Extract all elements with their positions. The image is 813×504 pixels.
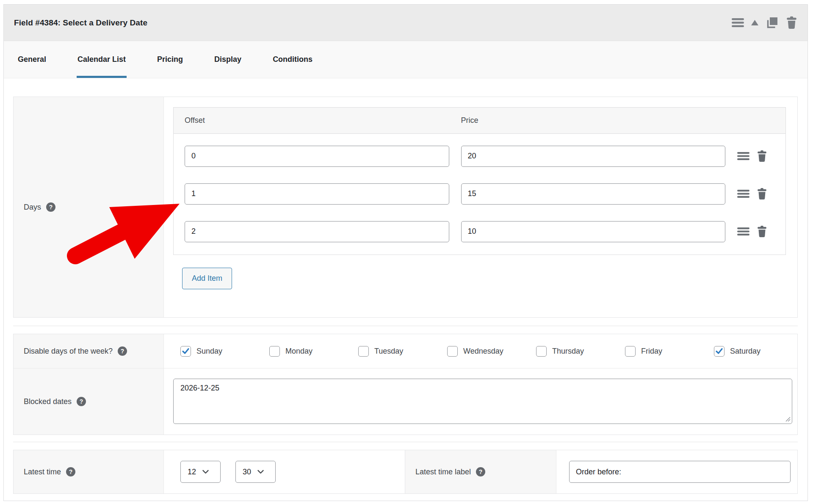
days-label-cell: Days: [14, 97, 164, 317]
tab-conditions[interactable]: Conditions: [272, 41, 313, 78]
items-table-header: Offset Price: [174, 108, 785, 134]
latest-time-label-input[interactable]: [569, 461, 791, 483]
tab-bar: General Calendar List Pricing Display Co…: [4, 41, 807, 78]
checkbox-icon[interactable]: [714, 346, 725, 357]
price-input[interactable]: [461, 146, 726, 167]
blocked-dates-label: Blocked dates: [24, 397, 72, 406]
blocked-dates-row: Blocked dates 2026-12-25: [14, 368, 797, 435]
field-settings-panel: Field #4384: Select a Delivery Date Gene…: [3, 4, 808, 501]
help-icon[interactable]: [476, 467, 485, 476]
blocked-dates-label-cell: Blocked dates: [14, 368, 164, 435]
panel-header: Field #4384: Select a Delivery Date: [4, 5, 807, 41]
weekday-label: Sunday: [196, 347, 222, 356]
row-actions: [737, 150, 774, 162]
offset-input[interactable]: [185, 146, 449, 167]
chevron-down-icon: [257, 470, 264, 474]
table-row: [174, 213, 785, 250]
hour-select[interactable]: 12: [180, 461, 221, 483]
checkbox-icon[interactable]: [269, 346, 280, 357]
offset-input[interactable]: [185, 183, 449, 205]
days-label: Days: [24, 203, 41, 212]
delete-row-icon[interactable]: [757, 150, 767, 162]
weekday-checkbox-sunday[interactable]: Sunday: [180, 346, 269, 357]
weekday-label: Wednesday: [463, 347, 503, 356]
weekday-label: Tuesday: [374, 347, 403, 356]
week-and-dates-group: Disable days of the week? Sunday Monday …: [13, 334, 798, 435]
weekday-checkbox-tuesday[interactable]: Tuesday: [358, 346, 447, 357]
price-input[interactable]: [461, 183, 726, 205]
add-item-button[interactable]: Add Item: [182, 268, 232, 289]
weekday-checkbox-thursday[interactable]: Thursday: [536, 346, 625, 357]
minute-select-value: 30: [243, 468, 251, 476]
drag-handle-icon[interactable]: [737, 152, 749, 160]
header-actions: [732, 16, 797, 29]
weekday-checkbox-wednesday[interactable]: Wednesday: [447, 346, 536, 357]
duplicate-icon[interactable]: [766, 16, 779, 29]
minute-select[interactable]: 30: [235, 461, 276, 483]
days-content: Offset Price: [164, 97, 797, 317]
checkbox-icon[interactable]: [180, 346, 191, 357]
tab-content: Days Offset Price: [4, 78, 807, 494]
disable-days-row: Disable days of the week? Sunday Monday …: [14, 334, 797, 368]
tab-general[interactable]: General: [17, 41, 47, 78]
row-actions: [737, 225, 774, 238]
delete-row-icon[interactable]: [757, 188, 767, 200]
weekday-label: Monday: [285, 347, 312, 356]
delete-icon[interactable]: [786, 16, 797, 29]
latest-time-label-content: [556, 450, 797, 493]
checkbox-icon[interactable]: [358, 346, 369, 357]
checkbox-icon[interactable]: [536, 346, 547, 357]
weekday-label: Saturday: [730, 347, 760, 356]
latest-time-content: 12 30: [164, 450, 405, 493]
latest-time-label: Latest time: [24, 468, 61, 476]
drag-handle-icon[interactable]: [737, 227, 749, 235]
weekday-label: Friday: [641, 347, 662, 356]
items-rows: [174, 134, 785, 255]
disable-days-label: Disable days of the week?: [24, 347, 113, 356]
weekday-checkbox-monday[interactable]: Monday: [269, 346, 358, 357]
help-icon[interactable]: [118, 346, 127, 356]
offset-input[interactable]: [185, 221, 449, 242]
price-input[interactable]: [461, 221, 726, 242]
panel-title: Field #4384: Select a Delivery Date: [14, 18, 147, 28]
hour-select-value: 12: [188, 468, 196, 476]
tab-display[interactable]: Display: [213, 41, 242, 78]
help-icon[interactable]: [77, 397, 86, 406]
tab-calendar-list[interactable]: Calendar List: [77, 41, 127, 78]
section-divider: [13, 442, 798, 442]
latest-time-label-cell: Latest time: [14, 450, 164, 493]
row-actions: [737, 188, 774, 200]
days-section: Days Offset Price: [13, 97, 798, 318]
weekday-checkboxes: Sunday Monday Tuesday Wednesday: [164, 334, 803, 368]
weekday-checkbox-saturday[interactable]: Saturday: [714, 346, 803, 357]
weekday-label: Thursday: [552, 347, 584, 356]
checkbox-icon[interactable]: [625, 346, 636, 357]
blocked-dates-textarea[interactable]: 2026-12-25: [173, 379, 792, 424]
chevron-down-icon: [202, 470, 209, 474]
column-header-price: Price: [461, 116, 726, 125]
section-divider: [13, 326, 798, 326]
blocked-dates-content: 2026-12-25: [164, 368, 797, 435]
help-icon[interactable]: [46, 202, 55, 212]
table-row: [174, 175, 785, 213]
column-header-offset: Offset: [185, 116, 449, 125]
latest-time-label-label: Latest time label: [415, 468, 471, 476]
collapse-icon[interactable]: [751, 20, 758, 25]
items-table: Offset Price: [173, 107, 786, 255]
help-icon[interactable]: [66, 467, 75, 476]
weekday-checkbox-friday[interactable]: Friday: [625, 346, 714, 357]
latest-time-group: Latest time 12 30 Latest time label: [13, 450, 798, 494]
delete-row-icon[interactable]: [757, 225, 767, 238]
latest-time-label-label-cell: Latest time label: [405, 450, 556, 493]
drag-handle-icon[interactable]: [737, 190, 749, 198]
table-row: [174, 137, 785, 175]
disable-days-label-cell: Disable days of the week?: [14, 334, 164, 368]
menu-icon[interactable]: [732, 18, 744, 27]
tab-pricing[interactable]: Pricing: [156, 41, 184, 78]
checkbox-icon[interactable]: [447, 346, 458, 357]
